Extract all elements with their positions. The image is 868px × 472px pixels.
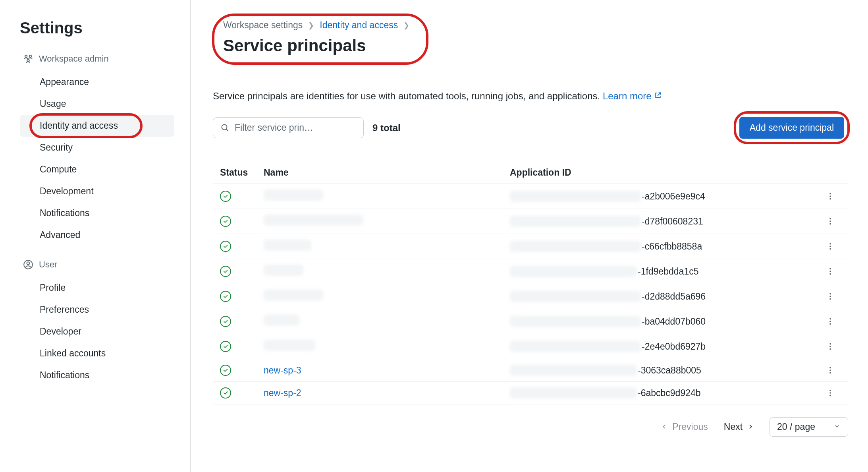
sidebar-item-profile[interactable]: Profile xyxy=(20,277,174,299)
sidebar-item-developer[interactable]: Developer xyxy=(20,321,174,342)
cell-name[interactable] xyxy=(257,259,503,284)
cell-name[interactable] xyxy=(257,209,503,234)
row-actions-button[interactable] xyxy=(826,242,841,251)
app-id-suffix: -c66cfbb8858a xyxy=(642,241,702,252)
learn-more-link[interactable]: Learn more xyxy=(603,91,662,101)
sidebar-item-development[interactable]: Development xyxy=(20,180,174,202)
svg-point-10 xyxy=(829,221,831,222)
cell-name[interactable] xyxy=(257,234,503,259)
row-actions-button[interactable] xyxy=(826,342,841,351)
status-active-icon xyxy=(220,266,231,277)
svg-point-26 xyxy=(829,348,831,350)
chevron-down-icon xyxy=(833,422,841,432)
sidebar-item-usage[interactable]: Usage xyxy=(20,93,174,115)
cell-actions xyxy=(819,334,848,359)
app-id-suffix: -1fd9ebdda1c5 xyxy=(638,266,698,277)
cell-name[interactable] xyxy=(257,334,503,359)
sidebar-item-user-notifications[interactable]: Notifications xyxy=(20,364,174,386)
status-active-icon xyxy=(220,291,231,302)
app-id-suffix: -ba04dd07b060 xyxy=(642,316,706,327)
app-id-suffix: -2e4e0bd6927b xyxy=(642,341,706,352)
column-header-status[interactable]: Status xyxy=(213,162,257,184)
row-actions-button[interactable] xyxy=(826,292,841,301)
svg-point-4 xyxy=(27,262,30,265)
svg-point-29 xyxy=(829,372,831,374)
toolbar: 9 total Add service principal xyxy=(213,113,848,143)
chevron-right-icon: ❯ xyxy=(308,21,314,30)
app-id-suffix: -3063ca88b005 xyxy=(638,365,701,376)
chevron-left-icon xyxy=(661,422,667,432)
cell-actions xyxy=(819,184,848,209)
sidebar-section-label: User xyxy=(39,259,57,270)
table-row: -1fd9ebdda1c5 xyxy=(213,259,848,284)
pagination-previous[interactable]: Previous xyxy=(661,422,708,432)
row-actions-button[interactable] xyxy=(826,317,841,326)
svg-point-21 xyxy=(829,318,831,320)
page-title: Service principals xyxy=(223,36,409,55)
row-actions-button[interactable] xyxy=(826,217,841,226)
svg-point-17 xyxy=(829,273,831,275)
table-row: -ba04dd07b060 xyxy=(213,309,848,334)
breadcrumb-identity-and-access[interactable]: Identity and access xyxy=(320,20,398,31)
cell-status xyxy=(213,284,257,309)
svg-point-22 xyxy=(829,321,831,322)
cell-actions xyxy=(819,309,848,334)
cell-application-id: -c66cfbb8858a xyxy=(503,234,819,259)
sidebar-item-linked-accounts[interactable]: Linked accounts xyxy=(20,342,174,364)
redacted-name xyxy=(264,215,363,226)
cell-name[interactable] xyxy=(257,184,503,209)
sidebar-section-user: User Profile Preferences Developer Linke… xyxy=(20,258,174,386)
svg-point-15 xyxy=(829,268,831,270)
svg-point-7 xyxy=(829,195,831,197)
table-row: -a2b006e9e9c4 xyxy=(213,184,848,209)
cell-name[interactable] xyxy=(257,309,503,334)
filter-input-wrapper[interactable] xyxy=(213,117,364,138)
pagination-next[interactable]: Next xyxy=(724,422,754,432)
service-principal-name-link[interactable]: new-sp-2 xyxy=(264,388,301,398)
breadcrumb-workspace-settings[interactable]: Workspace settings xyxy=(223,20,303,31)
row-actions-button[interactable] xyxy=(826,192,841,201)
add-service-principal-button[interactable]: Add service principal xyxy=(739,117,844,139)
cell-actions xyxy=(819,382,848,404)
cell-application-id: -2e4e0bd6927b xyxy=(503,334,819,359)
column-header-name[interactable]: Name xyxy=(257,162,503,184)
redacted-app-id-prefix xyxy=(510,291,641,302)
sidebar-item-preferences[interactable]: Preferences xyxy=(20,299,174,321)
cell-actions xyxy=(819,284,848,309)
page-size-select[interactable]: 20 / page xyxy=(770,417,848,437)
sidebar-item-advanced[interactable]: Advanced xyxy=(20,224,174,246)
cell-actions xyxy=(819,209,848,234)
filter-input[interactable] xyxy=(235,122,356,133)
row-actions-button[interactable] xyxy=(826,267,841,276)
svg-point-2 xyxy=(27,60,29,62)
svg-point-13 xyxy=(829,246,831,247)
table-row: new-sp-3 -3063ca88b005 xyxy=(213,359,848,382)
sidebar-item-compute[interactable]: Compute xyxy=(20,159,174,180)
status-active-icon xyxy=(220,216,231,227)
svg-point-25 xyxy=(829,346,831,347)
cell-actions xyxy=(819,234,848,259)
sidebar-item-appearance[interactable]: Appearance xyxy=(20,71,174,93)
cell-application-id: -a2b006e9e9c4 xyxy=(503,184,819,209)
cell-application-id: -d2d88dd5a696 xyxy=(503,284,819,309)
column-header-app-id[interactable]: Application ID xyxy=(503,162,819,184)
service-principals-table: Status Name Application ID -a2b006e9e9c4… xyxy=(213,162,848,404)
table-row: -d2d88dd5a696 xyxy=(213,284,848,309)
main-content: Workspace settings ❯ Identity and access… xyxy=(191,0,868,472)
cell-name[interactable]: new-sp-3 xyxy=(257,359,503,382)
svg-point-9 xyxy=(829,218,831,220)
sidebar-item-notifications[interactable]: Notifications xyxy=(20,202,174,224)
cell-name[interactable] xyxy=(257,284,503,309)
row-actions-button[interactable] xyxy=(826,366,841,375)
sidebar-item-identity-and-access[interactable]: Identity and access xyxy=(20,115,174,137)
redacted-app-id-prefix xyxy=(510,341,641,352)
service-principal-name-link[interactable]: new-sp-3 xyxy=(264,365,301,375)
sidebar-item-security[interactable]: Security xyxy=(20,137,174,159)
chevron-right-icon: ❯ xyxy=(403,21,409,30)
cell-application-id: -6abcbc9d924b xyxy=(503,382,819,404)
cell-status xyxy=(213,184,257,209)
cell-name[interactable]: new-sp-2 xyxy=(257,382,503,404)
svg-point-27 xyxy=(829,367,831,369)
row-actions-button[interactable] xyxy=(826,389,841,397)
total-count: 9 total xyxy=(372,122,401,133)
